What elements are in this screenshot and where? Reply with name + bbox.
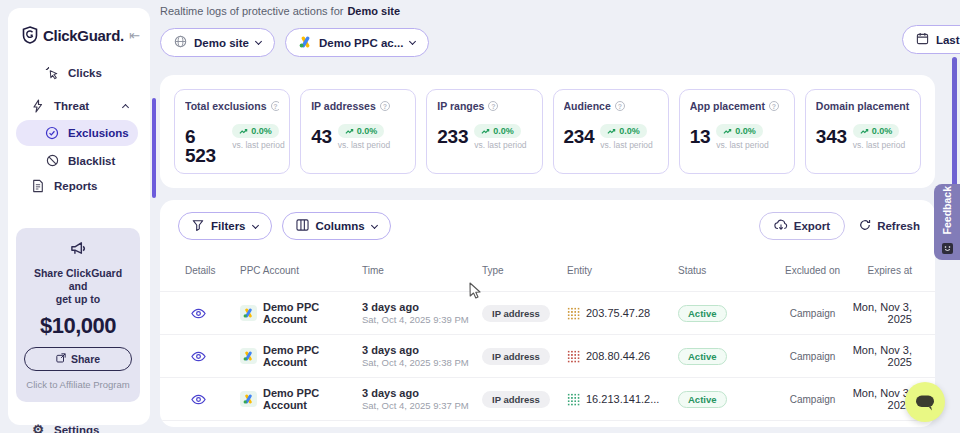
export-label: Export [794, 220, 830, 232]
excluded-on-value: Campaign [775, 351, 850, 362]
feedback-tab[interactable]: Feedback [934, 184, 960, 260]
filters-label: Filters [211, 220, 246, 232]
sidebar-item-reports[interactable]: Reports [8, 173, 144, 198]
columns-button[interactable]: Columns [282, 212, 391, 240]
help-icon[interactable] [488, 101, 498, 111]
megaphone-icon [24, 240, 132, 261]
help-icon[interactable] [615, 101, 625, 111]
stat-period: vs. last period [232, 140, 279, 150]
site-selector[interactable]: Demo site [160, 28, 275, 57]
trend-up-icon [239, 128, 248, 135]
filters-button[interactable]: Filters [178, 212, 272, 240]
stat-card-ip-ranges: IP ranges 233 0.0% vs. last period [426, 89, 542, 174]
entity-value: 16.213.141.2... [586, 393, 659, 405]
settings-label: Settings [54, 424, 99, 433]
stat-value: 43 [311, 124, 332, 146]
promo-amount: $10,000 [24, 313, 132, 339]
trend-up-icon [860, 128, 869, 135]
table-row[interactable]: Demo PPC Account 3 days agoSat, Oct 4, 2… [160, 377, 935, 420]
refresh-button[interactable]: Refresh [859, 219, 920, 233]
sidebar-item-label: Reports [54, 180, 97, 192]
ppc-account-selector-value: Demo PPC ac... [319, 37, 403, 49]
sidebar-item-label: Exclusions [68, 127, 129, 139]
stat-period: vs. last period [474, 140, 526, 150]
type-badge: IP address [482, 391, 550, 408]
sidebar-item-blacklist[interactable]: Blacklist [8, 148, 144, 173]
stat-delta: 0.0% [735, 126, 756, 136]
subtitle-site-name: Demo site [347, 5, 400, 17]
excluded-on-value: Campaign [775, 394, 850, 405]
share-button[interactable]: Share [24, 347, 132, 371]
google-ads-icon [240, 348, 257, 364]
column-header-details[interactable]: Details [185, 265, 240, 276]
columns-label: Columns [316, 220, 365, 232]
app-title: ClickGuard. [43, 27, 129, 44]
date-range-selector[interactable]: Last 30 days [902, 25, 960, 54]
ppc-account-name: Demo PPC Account [263, 344, 362, 368]
view-details-button[interactable] [185, 351, 206, 362]
column-header-ppc-account[interactable]: PPC Account [240, 265, 362, 276]
entity-value: 203.75.47.28 [586, 307, 650, 319]
excluded-on-value: Campaign [775, 308, 850, 319]
chat-widget-button[interactable] [905, 382, 945, 422]
stat-card-app-placement: App placement 13 0.0% vs. last period [679, 89, 795, 174]
ppc-account-selector[interactable]: Demo PPC ac... [285, 28, 429, 57]
stat-title: App placement [690, 100, 765, 112]
stat-card-audience: Audience 234 0.0% vs. last period [553, 89, 669, 174]
export-button[interactable]: Export [759, 212, 845, 240]
column-header-status[interactable]: Status [678, 265, 775, 276]
column-header-expires-at[interactable]: Expires at [850, 265, 920, 276]
help-icon[interactable] [769, 101, 779, 111]
sidebar-item-exclusions[interactable]: Exclusions [16, 120, 138, 146]
promo-text-line2: get up to [24, 293, 132, 306]
affiliate-promo-card[interactable]: Share ClickGuard and get up to $10,000 S… [16, 228, 140, 402]
collapse-sidebar-icon[interactable]: ⇤ [129, 28, 140, 43]
stat-delta: 0.0% [872, 126, 893, 136]
ppc-account-name: Demo PPC Account [263, 301, 362, 325]
sidebar-item-settings[interactable]: ⚙ Settings [8, 422, 150, 433]
page-scrollbar[interactable] [952, 57, 957, 187]
time-exact: Sat, Oct 4, 2025 9:39 PM [362, 314, 482, 325]
help-icon[interactable] [380, 101, 390, 111]
promo-text-line1: Share ClickGuard and [24, 267, 132, 293]
stat-value: 343 [816, 124, 847, 146]
google-ads-icon [299, 36, 312, 50]
trend-up-icon [607, 128, 616, 135]
column-header-time[interactable]: Time [362, 265, 482, 276]
stat-card-domain-placement: Domain placement 343 0.0% vs. last perio… [805, 89, 921, 174]
stat-period: vs. last period [600, 140, 652, 150]
table-row[interactable]: Demo PPC Account 3 days agoSat, Oct 4, 2… [160, 334, 935, 377]
sidebar-item-threat[interactable]: Threat [8, 93, 144, 118]
stat-title: IP addresses [311, 100, 376, 112]
trend-up-icon [723, 128, 732, 135]
calendar-icon [916, 32, 929, 47]
column-header-excluded-on[interactable]: Excluded on [775, 264, 850, 277]
status-badge: Active [678, 305, 727, 322]
column-header-entity[interactable]: Entity [567, 265, 678, 276]
sidebar-scrollbar[interactable] [152, 98, 156, 198]
column-header-type[interactable]: Type [482, 265, 567, 276]
selector-row: Demo site Demo PPC ac... Last 30 days [160, 28, 935, 57]
stat-delta: 0.0% [619, 126, 640, 136]
chevron-down-icon [255, 38, 262, 45]
chevron-down-icon [371, 221, 378, 228]
view-details-button[interactable] [185, 308, 206, 319]
refresh-label: Refresh [877, 220, 920, 232]
clickguard-shield-icon [22, 26, 38, 44]
sidebar-item-clicks[interactable]: Clicks [8, 60, 144, 85]
sidebar: ClickGuard. ⇤ Clicks Threat Exclusions [8, 8, 150, 425]
chevron-down-icon [409, 38, 416, 45]
stat-period: vs. last period [716, 140, 768, 150]
share-button-label: Share [71, 353, 100, 365]
stat-delta: 0.0% [251, 126, 272, 136]
stat-value: 13 [690, 124, 711, 146]
filter-funnel-icon [192, 219, 204, 233]
help-icon[interactable] [271, 101, 280, 111]
feedback-label: Feedback [941, 186, 953, 234]
table-row[interactable]: Demo PPC Account 3 days agoSat, Oct 4, 2… [160, 291, 935, 334]
stat-value: 6 523 [185, 124, 226, 165]
affiliate-link-text[interactable]: Click to Affiliate Program [24, 379, 132, 390]
sidebar-nav: Clicks Threat Exclusions Blacklist [8, 58, 150, 198]
entity-value: 208.80.44.26 [586, 350, 650, 362]
view-details-button[interactable] [185, 394, 206, 405]
